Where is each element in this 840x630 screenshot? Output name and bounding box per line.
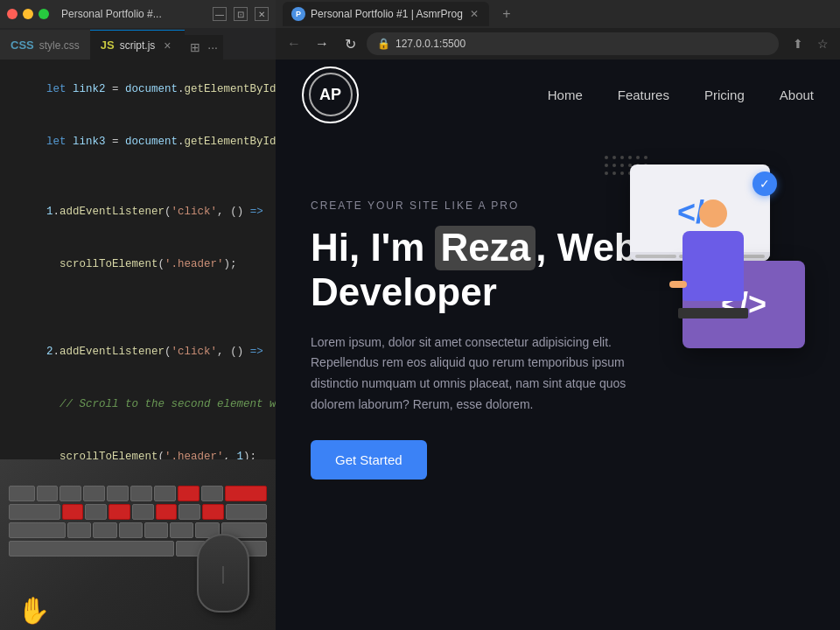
- code-line-8: 2.addEventListener('click', () =>: [0, 326, 276, 378]
- hand-icon: ✋: [18, 595, 50, 626]
- browser-actions: ⬆ ☆: [788, 33, 833, 54]
- nav-links: Home Features Pricing About: [548, 88, 814, 102]
- keyboard-photo: ✋: [0, 459, 276, 630]
- code-line-1: let link2 = document.getElementById: [0, 63, 276, 116]
- dev-laptop: [678, 308, 748, 318]
- dev-arm: [669, 281, 687, 288]
- new-tab-button[interactable]: +: [496, 4, 517, 24]
- maximize-window-btn[interactable]: [38, 9, 49, 19]
- browser-favicon: P: [291, 7, 305, 21]
- browser-tab-title: Personal Portfolio #1 | AsmrProg: [311, 8, 463, 20]
- browser-panel: P Personal Portfolio #1 | AsmrProg ✕ + ←…: [276, 0, 840, 630]
- restore-btn[interactable]: ⊡: [234, 7, 248, 21]
- close-btn[interactable]: ✕: [255, 7, 269, 21]
- code-line-5: scrollToElement('.header');: [0, 238, 276, 290]
- developer-figure: [669, 200, 757, 357]
- hero-title-part1: Hi, I'm: [311, 226, 435, 269]
- editor-code: let link2 = document.getElementById let …: [0, 60, 276, 459]
- editor-tabs: CSS style.css JS script.js × ⊞ ···: [0, 28, 276, 60]
- js-icon: JS: [101, 38, 115, 52]
- split-editor-icon[interactable]: ⊞: [190, 40, 200, 54]
- tab-css-label: style.css: [39, 39, 80, 52]
- css-icon: CSS: [10, 38, 34, 52]
- keyboard-image: ✋: [0, 459, 276, 630]
- check-badge: ✓: [752, 172, 777, 196]
- minimize-btn[interactable]: —: [213, 7, 227, 21]
- refresh-button[interactable]: ↻: [339, 32, 361, 55]
- editor-titlebar: Personal Portfolio #... — ⊡ ✕: [0, 0, 276, 28]
- portfolio-nav: AP Home Features Pricing About: [276, 60, 840, 130]
- nav-link-pricing[interactable]: Pricing: [704, 88, 745, 102]
- hero-title-highlight: Reza: [435, 226, 536, 270]
- logo-inner: AP: [309, 73, 353, 116]
- nav-link-about[interactable]: About: [780, 88, 814, 102]
- back-button[interactable]: ←: [283, 32, 305, 55]
- code-line-9: // Scroll to the second element w: [0, 378, 276, 430]
- favicon-text: P: [296, 10, 301, 18]
- logo-text: AP: [319, 86, 341, 104]
- browser-active-tab[interactable]: P Personal Portfolio #1 | AsmrProg ✕: [283, 2, 489, 26]
- window-controls: — ⊡ ✕: [213, 7, 269, 21]
- forward-button[interactable]: →: [311, 32, 333, 55]
- code-line-4: 1.addEventListener('click', () =>: [0, 186, 276, 238]
- nav-logo: AP: [302, 66, 359, 123]
- code-line-3: [0, 168, 276, 186]
- portfolio-website: AP Home Features Pricing About CREATE YO…: [276, 60, 840, 630]
- editor-extra-actions: ⊞ ···: [185, 35, 223, 60]
- code-line-7: [0, 308, 276, 326]
- window-title: Personal Portfolio #...: [61, 8, 162, 20]
- browser-address-bar: ← → ↻ 🔒 127.0.0.1:5500 ⬆ ☆: [276, 28, 840, 60]
- get-started-button[interactable]: Get Started: [311, 440, 427, 480]
- lock-icon: 🔒: [377, 38, 390, 50]
- tab-js[interactable]: JS script.js ×: [90, 30, 186, 60]
- address-field[interactable]: 🔒 127.0.0.1:5500: [367, 32, 779, 55]
- address-text: 127.0.0.1:5500: [396, 38, 466, 50]
- editor-panel: Personal Portfolio #... — ⊡ ✕ CSS style.…: [0, 0, 276, 630]
- close-window-btn[interactable]: [7, 9, 18, 19]
- close-tab-browser[interactable]: ✕: [468, 8, 480, 20]
- nav-link-home[interactable]: Home: [548, 88, 583, 102]
- hero-section: CREATE YOUR SITE LIKE A PRO Hi, I'm Reza…: [276, 130, 840, 550]
- code-line-6: [0, 290, 276, 308]
- tab-css[interactable]: CSS style.css: [0, 30, 90, 60]
- share-button[interactable]: ⬆: [788, 33, 808, 54]
- bookmark-button[interactable]: ☆: [812, 33, 833, 54]
- hero-illustration: </> ✓ </>: [578, 147, 822, 410]
- code-line-10: scrollToElement('.header', 1);: [0, 430, 276, 459]
- minimize-window-btn[interactable]: [23, 9, 33, 19]
- code-line-2: let link3 = document.getElementById: [0, 116, 276, 168]
- tab-js-label: script.js: [120, 39, 156, 52]
- close-tab-js[interactable]: ×: [160, 38, 174, 52]
- dev-body: [682, 231, 744, 301]
- browser-titlebar: P Personal Portfolio #1 | AsmrProg ✕ +: [276, 0, 840, 28]
- more-actions-icon[interactable]: ···: [207, 40, 218, 54]
- mouse-device: [197, 534, 249, 612]
- nav-link-features[interactable]: Features: [618, 88, 669, 102]
- dev-head: [699, 200, 727, 228]
